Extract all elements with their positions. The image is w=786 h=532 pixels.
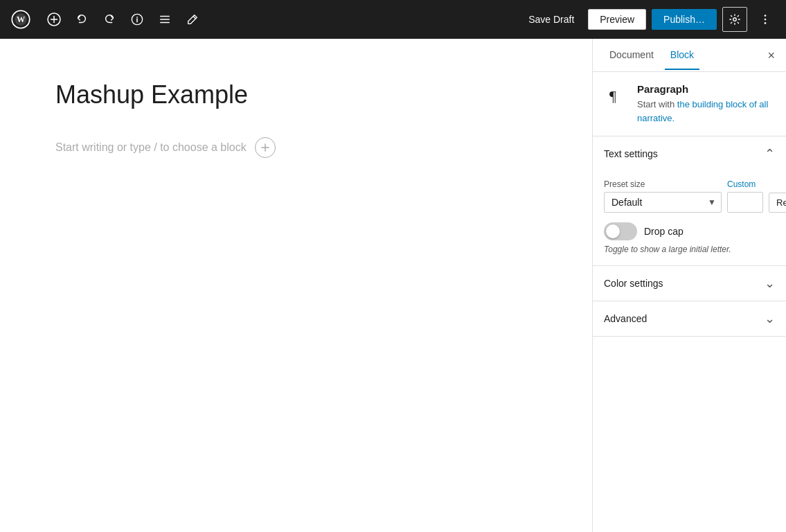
preset-size-select[interactable]: Default: [604, 192, 722, 213]
edit-button[interactable]: [180, 7, 205, 32]
block-info-text: Paragraph Start with the building block …: [637, 83, 775, 125]
redo-button[interactable]: [97, 7, 122, 32]
reset-button[interactable]: Reset: [769, 193, 786, 213]
block-description-link[interactable]: the building block of all narrative.: [637, 99, 768, 123]
editor-area[interactable]: Mashup Example Start writing or type / t…: [0, 39, 592, 532]
svg-point-13: [733, 18, 737, 21]
publish-button[interactable]: Publish…: [652, 9, 717, 30]
placeholder-text: Start writing or type / to choose a bloc…: [55, 141, 247, 154]
font-size-row: Preset size Default ▼ Custom Reset: [604, 179, 775, 213]
post-title[interactable]: Mashup Example: [55, 80, 537, 109]
svg-text:W: W: [17, 15, 26, 24]
paragraph-icon: ¶: [604, 83, 629, 108]
block-description: Start with the building block of all nar…: [637, 98, 775, 125]
save-draft-button[interactable]: Save Draft: [520, 10, 582, 29]
toolbar: W Save Draft Preview Publish…: [0, 0, 786, 39]
preview-button[interactable]: Preview: [588, 9, 646, 30]
toolbar-right: Save Draft Preview Publish…: [520, 7, 778, 32]
tab-block[interactable]: Block: [665, 41, 699, 70]
text-settings-chevron-up-icon: ⌃: [765, 146, 775, 161]
advanced-header[interactable]: Advanced ⌄: [593, 301, 786, 336]
preset-size-select-wrap: Default ▼: [604, 192, 722, 213]
main-area: Mashup Example Start writing or type / t…: [0, 39, 786, 532]
preset-size-group: Preset size Default ▼: [604, 179, 722, 213]
block-placeholder[interactable]: Start writing or type / to choose a bloc…: [55, 137, 537, 158]
block-title: Paragraph: [637, 83, 775, 95]
add-block-button[interactable]: [42, 7, 66, 32]
text-settings-content: Preset size Default ▼ Custom Reset: [593, 179, 786, 265]
undo-button[interactable]: [69, 7, 94, 32]
drop-cap-toggle[interactable]: [604, 222, 637, 240]
tab-document[interactable]: Document: [604, 41, 659, 70]
custom-label: Custom: [727, 179, 763, 189]
drop-cap-row: Drop cap: [604, 222, 775, 240]
slash-command-link[interactable]: / to choose a block: [154, 141, 246, 153]
advanced-title: Advanced: [604, 313, 647, 324]
custom-size-group: Custom: [727, 179, 763, 213]
sidebar: Document Block × ¶ Paragraph Start with …: [592, 39, 786, 532]
more-options-button[interactable]: [753, 7, 778, 32]
add-block-inline-button[interactable]: [255, 137, 276, 158]
svg-point-14: [765, 15, 767, 17]
block-navigation-button[interactable]: [152, 7, 177, 32]
preset-size-label: Preset size: [604, 179, 722, 189]
svg-point-8: [136, 17, 138, 18]
svg-point-16: [765, 22, 767, 24]
sidebar-close-button[interactable]: ×: [767, 49, 775, 62]
settings-button[interactable]: [722, 7, 747, 32]
block-info: ¶ Paragraph Start with the building bloc…: [593, 72, 786, 136]
text-settings-title: Text settings: [604, 148, 658, 159]
svg-text:¶: ¶: [609, 87, 616, 104]
text-settings-section: Text settings ⌃ Preset size Default ▼: [593, 136, 786, 266]
info-button[interactable]: [125, 7, 150, 32]
drop-cap-hint: Toggle to show a large initial letter.: [604, 245, 775, 254]
advanced-chevron-down-icon: ⌄: [765, 311, 775, 326]
custom-size-input[interactable]: [727, 192, 763, 213]
color-settings-chevron-down-icon: ⌄: [765, 276, 775, 291]
wp-logo: W: [8, 7, 33, 32]
sidebar-header: Document Block ×: [593, 39, 786, 72]
color-settings-header[interactable]: Color settings ⌄: [593, 266, 786, 301]
color-settings-title: Color settings: [604, 278, 663, 289]
toggle-knob: [606, 224, 620, 238]
svg-point-15: [765, 19, 767, 21]
advanced-section: Advanced ⌄: [593, 301, 786, 337]
color-settings-section: Color settings ⌄: [593, 266, 786, 301]
text-settings-header[interactable]: Text settings ⌃: [593, 136, 786, 171]
svg-line-12: [193, 17, 196, 19]
drop-cap-label: Drop cap: [644, 226, 684, 237]
